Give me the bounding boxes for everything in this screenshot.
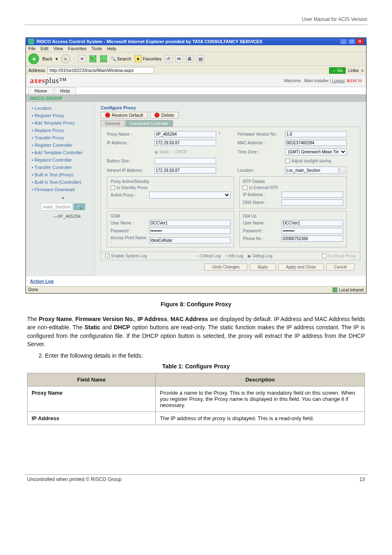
print-icon[interactable]: 🖶: [186, 55, 194, 62]
back-dropdown-icon[interactable]: ▾: [55, 56, 58, 62]
sidebar-item-add-template-controller[interactable]: Add Template Controller: [32, 149, 95, 156]
sidebar: Location Register Proxy Add Template Pro…: [26, 102, 95, 276]
input-battery[interactable]: [154, 158, 216, 164]
action-log-link[interactable]: Action Log: [30, 279, 53, 284]
tree-search-icon[interactable]: 🔍: [74, 204, 85, 210]
log-info-label: Info Log: [228, 254, 243, 258]
menu-tools[interactable]: Tools: [92, 46, 102, 51]
input-proxy-name[interactable]: [154, 131, 216, 137]
td-proxy-name-key: Proxy Name: [28, 386, 156, 412]
favorites-label: Favorites: [143, 56, 161, 61]
select-timezone[interactable]: (GMT) Greenwich Mean Tim: [285, 148, 347, 155]
apply-button[interactable]: Apply: [250, 264, 276, 271]
mail-icon[interactable]: ✉: [175, 55, 183, 62]
tree-node[interactable]: main_Section: [41, 203, 73, 210]
sidebar-item-bit-controller[interactable]: Built in Test (Controller): [32, 178, 95, 186]
restore-default-button[interactable]: Restore Default: [101, 112, 148, 118]
gsm-legend: GSM: [111, 214, 231, 218]
virtual-cb-icon: [322, 254, 327, 258]
menu-file[interactable]: File: [28, 46, 36, 51]
sidebar-item-register-proxy[interactable]: Register Proxy: [32, 112, 95, 119]
undo-button[interactable]: Undo Changes: [204, 264, 247, 271]
window-minimize[interactable]: _: [340, 39, 347, 44]
enable-log-cb-icon: [105, 254, 110, 258]
sidebar-item-bit-proxy[interactable]: Built in Test (Proxy): [32, 171, 95, 178]
location-browse-button[interactable]: …: [339, 166, 347, 174]
adjust-label: Adjust daylight saving: [291, 159, 331, 163]
search-button[interactable]: 🔍 Search: [111, 56, 131, 62]
body-paragraph: The Proxy Name, Firmware Version No., IP…: [27, 315, 365, 348]
menu-favorites[interactable]: Favorites: [68, 46, 86, 51]
select-active-proxy[interactable]: [149, 192, 231, 199]
input-dns[interactable]: [281, 199, 343, 206]
favorites-button[interactable]: ★ Favorites: [134, 55, 161, 62]
brand-logo: RISCO: [347, 79, 362, 83]
links-label[interactable]: Links: [348, 68, 359, 73]
form-actions: Undo Changes Apply Apply and Close Cance…: [101, 264, 360, 271]
input-dial-phone[interactable]: [281, 236, 343, 242]
window-close[interactable]: ×: [356, 39, 364, 44]
stop-icon[interactable]: ✕: [78, 55, 86, 62]
logout-link[interactable]: Logout: [332, 79, 345, 83]
sidebar-item-firmware[interactable]: Firmware Download: [32, 186, 95, 193]
input-gsm-apn[interactable]: [149, 237, 231, 243]
apply-close-button[interactable]: Apply and Close: [278, 264, 324, 271]
config-form: Proxy Name : * Firmware Version No : IP …: [101, 127, 360, 252]
cancel-button[interactable]: Cancel: [326, 264, 355, 271]
window-maximize[interactable]: □: [348, 39, 355, 44]
label-dial-user: User Name :: [243, 221, 280, 225]
table-title: Table 1: Configure Proxy: [25, 363, 367, 370]
history-icon[interactable]: ↺: [165, 55, 172, 62]
label-dial-pass: Password :: [243, 229, 280, 233]
address-label: Address: [28, 68, 45, 73]
sidebar-item-replace-controller[interactable]: Replace Controller: [32, 156, 95, 164]
go-button[interactable]: → Go: [329, 67, 346, 74]
adjust-daylight-checkbox[interactable]: Adjust daylight saving: [285, 159, 347, 163]
sidebar-item-transfer-controller[interactable]: Transfer Controller: [32, 164, 95, 171]
ntp-ext-label: Is External NTP: [249, 185, 278, 190]
tree-leaf[interactable]: —#P_465284: [32, 212, 95, 220]
back-label: Back: [42, 56, 52, 61]
input-gsm-pass[interactable]: [149, 228, 231, 234]
menu-edit[interactable]: Edit: [41, 46, 48, 51]
enable-log-label: Enable System Log: [111, 254, 147, 258]
menu-help[interactable]: Help: [107, 46, 116, 51]
input-gsm-user[interactable]: [149, 220, 231, 226]
address-input[interactable]: http://01hw182233/acis/MainWindow.aspx: [47, 67, 154, 74]
subtab-connected[interactable]: Connected Controller: [125, 120, 173, 127]
back-button[interactable]: ◄: [28, 53, 39, 64]
ntp-cb-icon: [243, 185, 247, 190]
sidebar-item-location[interactable]: Location: [32, 104, 95, 112]
sidebar-item-transfer-proxy[interactable]: Transfer Proxy: [32, 134, 95, 141]
input-intranet[interactable]: [154, 167, 216, 173]
label-tz: Time Zone :: [238, 150, 283, 154]
menu-view[interactable]: View: [53, 46, 63, 51]
is-ext-ntp-checkbox[interactable]: Is External NTP: [243, 185, 343, 190]
input-dial-user[interactable]: [281, 220, 343, 226]
status-left: Done: [28, 287, 38, 292]
is-standby-checkbox[interactable]: Is Standby Proxy: [111, 185, 231, 190]
forward-button[interactable]: ►: [61, 54, 70, 63]
home-icon[interactable]: ⌂: [100, 55, 107, 62]
delete-icon: [154, 113, 159, 118]
label-ip: IP Address :: [107, 141, 152, 145]
sidebar-item-replace-proxy[interactable]: Replace Proxy: [32, 127, 95, 134]
input-location[interactable]: [285, 166, 339, 174]
app-content: axesplus™ Welcome , Main Installer | Log…: [26, 75, 366, 286]
tab-home[interactable]: Home: [28, 87, 53, 94]
input-fw-no: [285, 131, 347, 137]
input-mac: [285, 140, 347, 146]
input-ntp-ip[interactable]: [281, 192, 343, 198]
refresh-icon[interactable]: ↻: [89, 55, 97, 62]
input-dial-pass[interactable]: [281, 228, 343, 234]
th-field-name: Field Name: [28, 373, 156, 386]
sidebar-item-add-template-proxy[interactable]: Add Template Proxy: [32, 119, 95, 127]
sidebar-item-register-controller[interactable]: Register Controller: [32, 141, 95, 149]
delete-button[interactable]: Delete: [150, 112, 179, 118]
enable-log-checkbox[interactable]: Enable System Log: [105, 254, 147, 258]
label-intranet: Intranet IP Address:: [107, 168, 152, 173]
subtab-general[interactable]: General: [101, 120, 125, 127]
log-level-radios[interactable]: ○ Critical Log ○ Info Log ◉ Debug Log: [197, 254, 273, 258]
tab-help[interactable]: Help: [54, 87, 76, 94]
edit-icon[interactable]: ▤: [197, 55, 204, 62]
